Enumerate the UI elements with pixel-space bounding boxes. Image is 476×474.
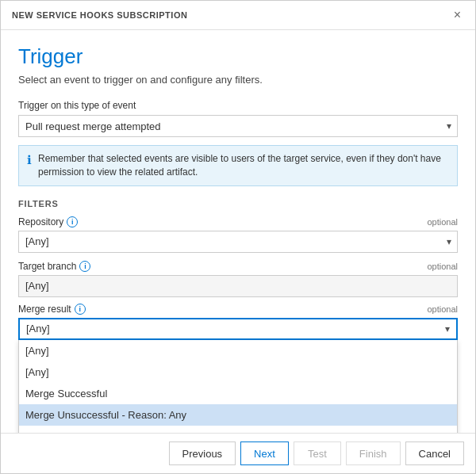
merge-result-menu: [Any] [Any] Merge Successful Merge Unsuc… (18, 340, 458, 433)
cancel-button[interactable]: Cancel (405, 442, 464, 465)
dialog-header: NEW SERVICE HOOKS SUBSCRIPTION × (1, 1, 475, 30)
repository-optional: optional (427, 217, 458, 227)
dialog-body: Trigger Select an event to trigger on an… (1, 30, 475, 433)
target-branch-info-icon[interactable]: i (79, 261, 90, 272)
test-button[interactable]: Test (294, 442, 341, 465)
merge-result-value: [Any] (26, 323, 50, 334)
merge-result-trigger[interactable]: [Any] ▾ (18, 318, 458, 340)
info-box: ℹ Remember that selected events are visi… (18, 145, 458, 186)
merge-result-option-2[interactable]: Merge Successful (19, 383, 457, 404)
repository-select[interactable]: [Any] (18, 231, 458, 253)
merge-result-option-3[interactable]: Merge Unsuccessful - Reason: Any (19, 404, 457, 426)
page-title: Trigger (18, 44, 458, 69)
info-icon: ℹ (27, 153, 32, 167)
previous-button[interactable]: Previous (169, 442, 236, 465)
event-type-select-wrapper: Pull request merge attempted ▾ (18, 115, 458, 137)
merge-result-option-0[interactable]: [Any] (19, 340, 457, 361)
event-type-label: Trigger on this type of event (18, 100, 458, 111)
merge-result-filter-label: Merge result i (18, 304, 86, 315)
target-branch-filter-label: Target branch i (18, 261, 90, 272)
target-branch-filter-header: Target branch i optional (18, 261, 458, 272)
merge-result-dropdown: [Any] ▾ [Any] [Any] Merge Successful Mer… (18, 318, 458, 340)
page-subtitle: Select an event to trigger on and config… (18, 74, 458, 86)
finish-button[interactable]: Finish (346, 442, 401, 465)
merge-result-option-4[interactable]: Merge Unsuccessful - Reason: Conflicts (19, 426, 457, 433)
merge-result-optional: optional (427, 304, 458, 314)
repository-select-wrapper: [Any] ▾ (18, 231, 458, 253)
target-branch-input[interactable] (18, 275, 458, 297)
dialog: NEW SERVICE HOOKS SUBSCRIPTION × Trigger… (0, 0, 476, 474)
info-text: Remember that selected events are visibl… (38, 152, 449, 179)
merge-result-info-icon[interactable]: i (75, 304, 86, 315)
merge-result-filter-row: Merge result i optional [Any] ▾ [Any] [A… (18, 304, 458, 340)
target-branch-optional: optional (427, 262, 458, 271)
dialog-title: NEW SERVICE HOOKS SUBSCRIPTION (12, 10, 187, 20)
merge-result-filter-header: Merge result i optional (18, 304, 458, 315)
repository-info-icon[interactable]: i (67, 216, 78, 227)
next-button[interactable]: Next (240, 442, 289, 465)
close-button[interactable]: × (451, 7, 464, 23)
merge-result-chevron-icon: ▾ (445, 323, 450, 334)
target-branch-filter-row: Target branch i optional (18, 261, 458, 297)
repository-filter-row: Repository i optional [Any] ▾ (18, 216, 458, 253)
merge-result-option-1[interactable]: [Any] (19, 361, 457, 383)
dialog-footer: Previous Next Test Finish Cancel (1, 433, 475, 473)
filters-label: FILTERS (18, 199, 458, 208)
repository-filter-header: Repository i optional (18, 216, 458, 227)
repository-filter-label: Repository i (18, 216, 78, 227)
event-type-select[interactable]: Pull request merge attempted (18, 115, 458, 137)
